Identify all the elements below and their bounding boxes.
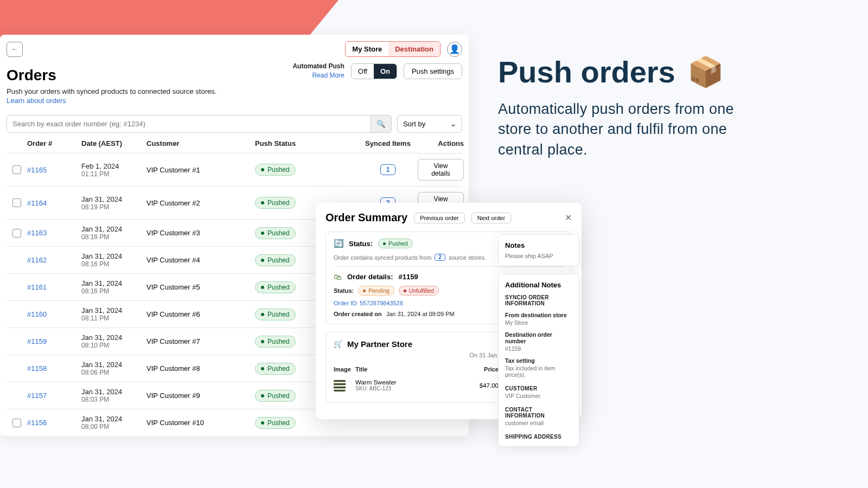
push-status-badge: Pushed (255, 281, 296, 293)
marketing-title: Push orders (498, 54, 675, 89)
push-status-badge: Pushed (255, 336, 296, 348)
order-link[interactable]: #1163 (27, 229, 47, 237)
push-status-badge: Pushed (255, 363, 296, 375)
row-checkbox[interactable] (12, 198, 21, 207)
cart-icon: 🛒 (334, 339, 343, 348)
view-details-button[interactable]: View details (418, 159, 464, 181)
back-button[interactable]: ← (7, 42, 23, 57)
order-id-link[interactable]: Order ID: 5572879843528 (334, 300, 403, 306)
search-input[interactable] (7, 115, 371, 132)
row-customer: VIP Customer #7 (146, 337, 255, 345)
row-time: 08:18 PM (81, 233, 146, 241)
row-customer: VIP Customer #2 (146, 199, 255, 207)
item-sku: SKU: ABC-123 (355, 386, 466, 391)
row-customer: VIP Customer #1 (146, 166, 255, 174)
user-avatar[interactable]: 👤 (447, 42, 462, 57)
row-time: 08:19 PM (81, 203, 146, 211)
tab-destination[interactable]: Destination (388, 42, 440, 56)
notes-value: Please ship ASAP (505, 253, 572, 259)
push-status-badge: Pushed (255, 197, 296, 209)
row-date: Jan 31, 2024 (81, 361, 146, 369)
row-date: Jan 31, 2024 (81, 252, 146, 260)
col-actions: Actions (418, 139, 464, 147)
tab-mystore[interactable]: My Store (346, 42, 388, 56)
pt-image: Image (334, 366, 355, 373)
package-icon: 📦 (687, 55, 724, 89)
row-time: 08:03 PM (81, 396, 146, 403)
order-link[interactable]: #1161 (27, 283, 47, 291)
order-link[interactable]: #1158 (27, 364, 47, 373)
src-text-a: Order contains synced products from (334, 254, 431, 261)
order-link[interactable]: #1157 (27, 391, 47, 400)
row-time: 08:16 PM (81, 260, 146, 268)
toggle-off[interactable]: Off (352, 64, 374, 79)
read-more-link[interactable]: Read More (312, 72, 344, 79)
notes-heading: Notes (505, 241, 572, 249)
created-label: Order created on (334, 311, 382, 317)
row-date: Feb 1, 2024 (81, 162, 146, 170)
status-badge: Pushed (378, 239, 413, 248)
notes-card: Notes Please ship ASAP (498, 234, 579, 266)
row-date: Jan 31, 2024 (81, 333, 146, 342)
contact-val: customer email (505, 420, 572, 426)
sort-dropdown[interactable]: Sort by ⌄ (397, 115, 462, 133)
search-button[interactable]: 🔍 (371, 115, 391, 132)
toggle-on[interactable]: On (374, 64, 397, 79)
from-label: From destination store (505, 312, 572, 318)
pt-price: Price (466, 366, 499, 373)
order-link[interactable]: #1160 (27, 310, 47, 318)
chevron-down-icon: ⌄ (450, 120, 456, 128)
sync-icon: 🔄 (334, 239, 343, 248)
src-count: 2 (435, 254, 445, 261)
marketing-panel: Push orders 📦 Automatically push orders … (498, 54, 758, 160)
row-checkbox[interactable] (12, 229, 21, 237)
auto-push-label: Automated Push (292, 62, 344, 70)
push-status-badge: Pushed (255, 254, 296, 266)
row-checkbox[interactable] (12, 419, 21, 427)
row-time: 08:16 PM (81, 287, 146, 295)
side-panel: Notes Please ship ASAP Additional Notes … (498, 234, 579, 447)
pending-badge: Pending (358, 286, 394, 296)
order-link[interactable]: #1162 (27, 256, 47, 264)
don-label: Destination order number (505, 331, 572, 344)
synced-count: 1 (380, 164, 396, 175)
close-button[interactable]: ✕ (565, 213, 572, 223)
syncio-heading: SYNCIO ORDER INFORMATION (505, 294, 572, 306)
page-subtitle: Push your orders with synced products to… (7, 87, 216, 95)
row-checkbox[interactable] (12, 165, 21, 174)
unfulfilled-badge: Unfulfilled (399, 286, 439, 296)
pt-title: Title (355, 366, 466, 373)
row-time: 08:00 PM (81, 423, 146, 431)
row-customer: VIP Customer #3 (146, 229, 255, 237)
row-date: Jan 31, 2024 (81, 195, 146, 203)
learn-link[interactable]: Learn about orders (7, 97, 66, 105)
user-icon: 👤 (449, 44, 460, 54)
addl-heading: Additional Notes (505, 281, 572, 289)
arrow-left-icon: ← (11, 45, 18, 53)
row-time: 08:11 PM (81, 314, 146, 322)
product-image (334, 380, 346, 391)
item-title: Warm Sweater (355, 379, 466, 386)
cust-heading: CUSTOMER (505, 386, 572, 391)
page-title: Orders (7, 67, 216, 84)
status-label: Status: (349, 240, 373, 248)
order-link[interactable]: #1164 (27, 199, 47, 207)
order-link[interactable]: #1159 (27, 337, 47, 345)
auto-push-toggle: Off On (351, 63, 397, 79)
table-row: #1165 Feb 1, 202401:11 PM VIP Customer #… (7, 153, 462, 186)
sort-label: Sort by (403, 120, 425, 128)
row-time: 01:11 PM (81, 170, 146, 178)
order-details-label: Order details: (347, 273, 393, 281)
order-link[interactable]: #1165 (27, 166, 47, 174)
status2-label: Status: (334, 287, 354, 294)
next-order-button[interactable]: Next order (471, 213, 511, 223)
order-details-number: #1159 (399, 273, 418, 281)
row-date: Jan 31, 2024 (81, 225, 146, 233)
row-time: 08:06 PM (81, 369, 146, 376)
col-push-status: Push Status (255, 139, 358, 147)
additional-notes-card: Additional Notes SYNCIO ORDER INFORMATIO… (498, 274, 579, 447)
push-settings-button[interactable]: Push settings (404, 63, 462, 79)
prev-order-button[interactable]: Previous order (414, 213, 465, 223)
order-link[interactable]: #1156 (27, 419, 47, 427)
close-icon: ✕ (565, 213, 572, 222)
